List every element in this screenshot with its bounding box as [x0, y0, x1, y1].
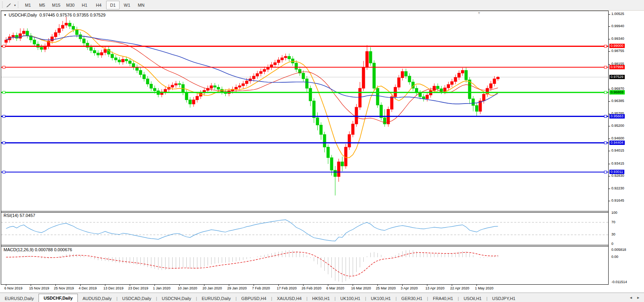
price-tick-mark [609, 89, 610, 89]
hline-handle[interactable] [3, 91, 5, 94]
chart-tab-audusd-daily[interactable]: AUDUSD,Daily [78, 295, 116, 302]
date-tick-label: 23 Dec 2019 [128, 286, 148, 290]
hline-handle[interactable] [3, 171, 5, 173]
date-tick-label: 25 Mar 2020 [376, 286, 396, 290]
chart-tab-uk100-h1[interactable]: UK100,H1 [336, 295, 365, 302]
rsi-axis-label: 70 [611, 220, 615, 224]
candle-body [327, 147, 329, 158]
timeframe-button-m30[interactable]: M30 [64, 1, 77, 9]
hline-handle[interactable] [3, 66, 5, 69]
macd-indicator-label: MACD(12,26,9) 0.000788 0.000676 [4, 247, 72, 252]
chart-window[interactable]: ▼USDCHF,Daily 0.97445 0.97576 0.97355 0.… [1, 11, 643, 285]
timeframe-button-group: M1M5M15M30H1H4D1W1MN [21, 1, 148, 9]
candle-body [359, 88, 361, 107]
timeframe-button-h1[interactable]: H1 [78, 1, 91, 9]
price-tick-label: 0.99340 [611, 37, 624, 41]
date-tick-mark [402, 285, 403, 286]
price-axis[interactable]: 1.005250.999400.993400.987550.981550.969… [609, 11, 644, 285]
hline-handle[interactable] [604, 45, 607, 47]
candle-body [383, 118, 386, 124]
candle-body [291, 59, 294, 63]
candle-body [369, 52, 372, 63]
candle-body [284, 56, 287, 58]
price-tick-label: 0.92830 [611, 174, 624, 178]
crosshair-tool-icon[interactable] [5, 1, 14, 9]
candle-body [489, 83, 492, 88]
date-axis[interactable]: 6 Nov 201915 Nov 201925 Nov 20194 Dec 20… [1, 285, 644, 293]
ohlc-open: 0.97445 [39, 13, 55, 17]
hline-handle[interactable] [604, 66, 607, 69]
candle-body [256, 74, 259, 76]
hline-handle[interactable] [604, 171, 607, 173]
candle-body [281, 58, 283, 60]
chart-tab-usoil-h1[interactable]: USOil,H1 [459, 295, 486, 302]
candle-body [330, 157, 333, 170]
rsi-axis-label: 0 [611, 242, 613, 246]
toolbar-grip[interactable] [2, 2, 4, 9]
candle-body [451, 82, 453, 84]
candle-body [12, 35, 15, 37]
scroll-left-icon[interactable]: ◄ [629, 296, 633, 300]
chart-tab-usdjpy-h1[interactable]: USDJPY,H1 [488, 295, 520, 302]
candle-body [104, 49, 107, 52]
hline-handle[interactable] [3, 115, 5, 118]
candle-body [26, 31, 29, 36]
chart-tab-usdcad-daily[interactable]: USDCAD,Daily [118, 295, 156, 302]
timeframe-button-d1[interactable]: D1 [106, 1, 120, 9]
hline-handle[interactable] [3, 45, 5, 47]
candle-body [75, 30, 78, 35]
chart-tab-hk50-h1[interactable]: HK50,H1 [307, 295, 335, 302]
date-tick-label: 25 Nov 2019 [54, 286, 74, 290]
timeframe-button-mn[interactable]: MN [134, 1, 148, 9]
price-tick-mark [609, 139, 610, 139]
candle-body [397, 78, 400, 87]
chart-tab-xauusd-h4[interactable]: XAUUSD,H4 [272, 295, 306, 302]
candle-body [447, 85, 450, 88]
candle-body [366, 52, 368, 67]
candle-body [51, 37, 53, 41]
candle-body [497, 77, 499, 79]
date-tick-mark [55, 285, 56, 286]
price-tick-mark [609, 201, 610, 201]
timeframe-button-m5[interactable]: M5 [35, 1, 49, 9]
candle-body [213, 86, 216, 87]
price-tick-mark [609, 189, 610, 189]
hline-handle[interactable] [604, 91, 607, 94]
chart-tab-fra40-h1[interactable]: FRA40,H1 [428, 295, 458, 302]
price-tick-label: 1.00525 [611, 12, 624, 16]
toolbar-grip[interactable] [17, 2, 19, 9]
timeframe-button-h4[interactable]: H4 [92, 1, 105, 9]
candle-body [362, 67, 365, 88]
candle-body [277, 60, 280, 63]
timeframe-button-w1[interactable]: W1 [120, 1, 134, 9]
candle-body [433, 86, 436, 91]
chevron-down-icon[interactable]: ▾ [14, 4, 16, 7]
timeframe-button-m1[interactable]: M1 [21, 1, 35, 9]
chart-tab-gbpusd-h4[interactable]: GBPUSD,H4 [237, 295, 271, 302]
date-tick-label: 29 Jan 2020 [227, 286, 247, 290]
price-tick-label: 0.96385 [611, 99, 624, 103]
chart-tab-eurusd-daily[interactable]: EURUSD,Daily [197, 295, 236, 302]
chart-canvas[interactable] [1, 11, 609, 285]
date-tick-label: 26 Feb 2020 [302, 286, 322, 290]
date-tick-mark [31, 285, 31, 286]
chart-tab-usdchf-daily[interactable]: USDCHF,Daily [39, 294, 78, 302]
chart-tab-usdcnh-daily[interactable]: USDCNH,Daily [157, 295, 196, 302]
timeframe-button-m15[interactable]: M15 [50, 1, 63, 9]
scroll-right-icon[interactable]: ► [637, 296, 640, 300]
candle-body [475, 106, 478, 111]
chart-tab-ger30-h1[interactable]: GER30,H1 [397, 295, 427, 302]
candle-body [482, 94, 485, 101]
hline-handle[interactable] [604, 115, 607, 118]
hline-handle[interactable] [604, 142, 607, 144]
price-tick-label: 0.99940 [611, 24, 624, 28]
hline-handle[interactable] [3, 142, 5, 144]
chart-shift-marker-icon[interactable]: ▼ [477, 11, 481, 15]
chart-tab-eurusd-daily[interactable]: EURUSD,Daily [0, 295, 39, 302]
chart-menu-icon[interactable]: ▼ [4, 13, 7, 17]
price-tick-label: 0.93415 [611, 161, 624, 165]
chart-tab-uk100-h1[interactable]: UK100,H1 [366, 295, 396, 302]
candle-body [150, 84, 153, 88]
candle-body [196, 96, 199, 100]
symbol-label: USDCHF,Daily [9, 13, 37, 17]
